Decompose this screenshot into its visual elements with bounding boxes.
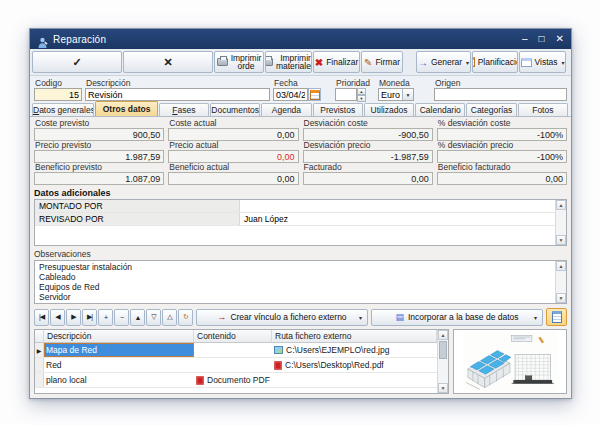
arrow-icon: →	[418, 57, 428, 68]
otros-datos-panel: Coste previsto900,50Coste actual0,00Desv…	[30, 116, 571, 398]
adicionales-scrollbar[interactable]: ▲ ▼	[555, 200, 566, 245]
prioridad-spinner[interactable]: ▴ ▾	[357, 88, 366, 101]
tab-fases[interactable]: Fases	[159, 103, 209, 116]
adicional-name: MONTADO POR	[35, 200, 240, 212]
nav-cancel-button[interactable]: △	[162, 309, 177, 326]
print-order-button[interactable]: Imprimir orde	[214, 51, 264, 73]
views-button[interactable]: Vistas▾	[519, 51, 566, 73]
title-bar[interactable]: Reparación – □ ✕	[30, 29, 571, 49]
scrollbar-thumb[interactable]	[439, 341, 447, 359]
finalize-icon: ✖	[315, 57, 323, 68]
tab-otros-datos[interactable]: Otros datos	[95, 101, 157, 116]
attachments-area: DescripciónContenidoRuta fichero externo…	[34, 329, 567, 394]
prioridad-input[interactable]	[335, 88, 357, 101]
finalize-button[interactable]: ✖Finalizar	[313, 51, 360, 73]
nav-refresh-button[interactable]: ↻	[178, 309, 193, 326]
adicional-row-revisado-por[interactable]: REVISADO PORJuan López	[35, 213, 555, 226]
nav-delete-button[interactable]: −	[114, 309, 129, 326]
descripcion-field: Descripción	[85, 78, 270, 101]
scroll-down-icon[interactable]: ▼	[556, 293, 566, 303]
crear-vinculo-button[interactable]: → Crear vínculo a fichero externo ▾	[196, 309, 368, 326]
printer-icon	[265, 58, 273, 66]
minimize-button[interactable]: –	[522, 34, 528, 44]
tab-documentos[interactable]: Documentos	[210, 103, 260, 116]
codigo-input[interactable]	[34, 88, 82, 101]
scroll-down-icon[interactable]: ▼	[556, 235, 566, 245]
tab-utilizados[interactable]: Utilizados	[364, 103, 414, 116]
nav-cancel-icon: △	[167, 313, 171, 321]
observation-line: Equipos de Red	[39, 282, 551, 292]
fecha-label: Fecha	[273, 78, 321, 88]
tab-calendario[interactable]: Calendario	[415, 103, 465, 116]
origen-label: Origen	[434, 78, 567, 88]
views-label: Vistas	[535, 58, 558, 67]
window-title: Reparación	[53, 34, 106, 45]
tab-fotos[interactable]: Fotos	[518, 103, 568, 116]
adicional-value: Juan López	[240, 213, 555, 225]
incorporar-label: Incorporar a la base de datos	[408, 312, 519, 322]
notes-button[interactable]	[546, 308, 567, 326]
observaciones-box[interactable]: Presupuestar instalaciónCableadoEquipos …	[34, 260, 567, 304]
generate-button[interactable]: →Generar▾	[416, 51, 471, 73]
nav-delete-icon: −	[120, 314, 123, 321]
ruta-text: C:\Users\EJEMPLO\red.jpg	[286, 345, 389, 355]
scroll-up-icon[interactable]: ▲	[556, 261, 566, 271]
adicional-row-montado-por[interactable]: MONTADO POR	[35, 200, 555, 213]
tab-categorias[interactable]: Categorías	[466, 103, 516, 116]
calendar-icon	[310, 90, 320, 100]
attachments-table: DescripciónContenidoRuta fichero externo…	[34, 329, 449, 394]
tab-datos-generales[interactable]: Datos generales	[32, 103, 94, 116]
column-header-ruta-fichero-externo[interactable]: Ruta fichero externo	[272, 330, 437, 342]
field-label: Precio actual	[168, 141, 298, 150]
nav-first-button[interactable]: |◀	[34, 309, 49, 326]
planning-label: Planificación	[478, 58, 518, 67]
field-value: 0,00	[437, 172, 567, 185]
financial-precio-actual: Precio actual0,00	[168, 141, 298, 163]
column-header-descripcion[interactable]: Descripción	[44, 330, 194, 342]
incorporar-button[interactable]: ▤ Incorporar a la base de datos ▾	[371, 309, 543, 326]
moneda-dropdown-button[interactable]: ▼	[402, 89, 413, 100]
financial-desviacion-coste: Desviación coste-900,50	[303, 119, 433, 141]
print-materials-button[interactable]: Imprimir materiales	[265, 51, 312, 73]
table-row-red[interactable]: RedC:\Users\Desktop\Red.pdf	[35, 358, 437, 373]
row-indicator-header	[35, 330, 44, 342]
column-header-contenido[interactable]: Contenido	[194, 330, 272, 342]
cancel-button[interactable]: ✕	[123, 51, 213, 73]
fecha-input[interactable]	[273, 88, 308, 101]
moneda-select[interactable]: Euro ▼	[378, 88, 414, 101]
datos-adicionales-grid: MONTADO PORREVISADO PORJuan López ▲ ▼	[34, 199, 567, 246]
nav-edit-button[interactable]: ▲	[130, 309, 145, 326]
descripcion-input[interactable]	[85, 88, 270, 101]
field-label: % desviación precio	[437, 141, 567, 150]
planning-button[interactable]: Planificación	[472, 51, 518, 73]
tab-previstos[interactable]: Previstos	[313, 103, 363, 116]
close-button[interactable]: ✕	[556, 34, 564, 44]
sign-button[interactable]: ✎Firmar	[361, 51, 403, 73]
nav-insert-button[interactable]: +	[98, 309, 113, 326]
cell-descripcion: Red	[44, 358, 194, 372]
scroll-up-icon[interactable]: ▲	[556, 200, 566, 210]
observaciones-scrollbar[interactable]: ▲ ▼	[555, 261, 566, 303]
nav-next-button[interactable]: ▶	[66, 309, 81, 326]
accept-button[interactable]: ✓	[32, 51, 122, 73]
nav-last-button[interactable]: ▶|	[82, 309, 97, 326]
nav-post-button[interactable]: ▽	[146, 309, 161, 326]
scroll-up-icon[interactable]: ▲	[438, 330, 448, 340]
maximize-button[interactable]: □	[539, 34, 545, 44]
financial-coste-actual: Coste actual0,00	[168, 119, 298, 141]
origen-input[interactable]	[434, 88, 567, 101]
nav-refresh-icon: ↻	[183, 313, 188, 321]
scroll-down-icon[interactable]: ▼	[438, 383, 448, 393]
fecha-calendar-button[interactable]	[308, 88, 321, 101]
table-row-plano-local[interactable]: plano localDocumento PDF	[35, 373, 437, 388]
table-scrollbar[interactable]: ▲ ▼	[437, 330, 448, 393]
financial-desviacion-precio: Desviación precio-1.987,59	[303, 141, 433, 163]
row-indicator	[35, 358, 44, 372]
tab-agenda[interactable]: Agenda	[261, 103, 311, 116]
spin-up-icon[interactable]: ▴	[357, 88, 366, 95]
moneda-label: Moneda	[378, 78, 414, 88]
field-label: Coste previsto	[34, 119, 164, 128]
nav-insert-icon: +	[104, 314, 107, 321]
nav-prior-button[interactable]: ◀	[50, 309, 65, 326]
table-row-mapa-de-red[interactable]: ▶Mapa de RedC:\Users\EJEMPLO\red.jpg	[35, 343, 437, 358]
